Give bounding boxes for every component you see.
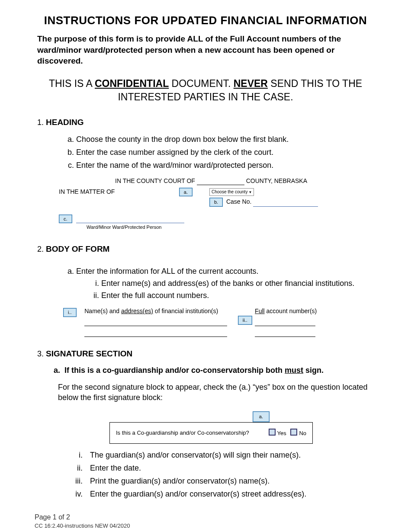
case-no-blank: [253, 202, 318, 207]
list-item: Enter the case number assigned by the cl…: [76, 147, 376, 157]
sig-sub-text: sign.: [303, 366, 324, 375]
protected-person-blank: [76, 218, 184, 223]
list-item: Enter the name of the ward/minor ward/pr…: [76, 160, 376, 170]
case-no-label: Case No.: [226, 198, 251, 205]
section-title: HEADING: [46, 118, 84, 127]
account-column-label: Full account number(s): [255, 308, 317, 314]
account-blank-line: [255, 318, 315, 326]
protected-person-caption: Ward/Minor Ward/Protected Person: [87, 224, 327, 231]
must-word: must: [285, 366, 303, 375]
page-title: INSTRUCTIONS FOR UPDATED FINANCIAL INFOR…: [35, 13, 376, 28]
account-blank-line: [255, 329, 315, 337]
matter-label: IN THE MATTER OF: [59, 188, 137, 196]
county-select-label: Choose the county: [212, 189, 247, 194]
section-title: SIGNATURE SECTION: [46, 349, 132, 358]
confidential-text: THIS IS A: [49, 78, 95, 89]
list-item: The guardian(s) and/or conservator(s) wi…: [85, 450, 376, 460]
county-blank-line: [197, 179, 244, 185]
list-item: Enter name(s) and address(es) of the ban…: [101, 278, 376, 288]
confidential-notice: THIS IS A CONFIDENTIAL DOCUMENT. NEVER S…: [35, 77, 376, 104]
county-select[interactable]: Choose the county▼: [209, 188, 254, 196]
list-item-text: Enter the information for ALL of the cur…: [76, 267, 259, 276]
list-item: Enter the information for ALL of the cur…: [76, 266, 376, 301]
checkbox-yes[interactable]: [269, 429, 276, 436]
section-title: BODY OF FORM: [46, 244, 109, 253]
co-guardianship-question-box: Is this a Co-guardianship and/or Co-cons…: [109, 422, 313, 444]
tag-ii: ii..: [238, 316, 252, 325]
checkbox-no[interactable]: [290, 429, 297, 436]
signature-paragraph: For the second signature block to appear…: [58, 382, 376, 403]
purpose-paragraph: The purpose of this form is to provide A…: [37, 33, 374, 67]
footer-line: CC 16:2.40-instructions NEW 04/2020: [35, 522, 376, 530]
co-guardianship-question: Is this a Co-guardianship and/or Co-cons…: [116, 429, 249, 437]
tag-i: i..: [63, 308, 77, 317]
page-footer: Page 1 of 2 CC 16:2.40-instructions NEW …: [35, 513, 376, 532]
tag-a: a.: [179, 188, 193, 197]
footer-line: Instructions Updated Financial Informati…: [35, 530, 376, 532]
no-label: No: [299, 430, 306, 436]
signature-sub-a: a. If this is a co-guardianship and/or c…: [54, 365, 376, 375]
page-number: Page 1 of 2: [35, 513, 376, 522]
confidential-text: DOCUMENT.: [169, 78, 234, 89]
list-item: Print the guardian(s) and/or conservator…: [85, 476, 376, 486]
list-item: Enter the date.: [85, 463, 376, 473]
court-line-pre: IN THE COUNTY COURT OF: [115, 177, 195, 184]
confidential-word: CONFIDENTIAL: [95, 78, 169, 89]
list-item: Choose the county in the drop down box b…: [76, 134, 376, 144]
institution-blank-line: [84, 318, 227, 326]
list-item: Enter the guardian(s) and/or conservator…: [85, 489, 376, 499]
chevron-down-icon: ▼: [248, 190, 252, 195]
signature-diagram: a. Is this a Co-guardianship and/or Co-c…: [109, 410, 313, 443]
tag-sig-a: a.: [253, 411, 270, 422]
yes-label: Yes: [277, 430, 286, 436]
section-body-2: BODY OF FORM Enter the information for A…: [46, 244, 376, 337]
court-line-post: COUNTY, NEBRASKA: [246, 177, 307, 184]
institution-column-label: Name(s) and address(es) of financial ins…: [84, 308, 218, 314]
body-diagram: i.. Name(s) and address(es) of financial…: [63, 307, 340, 337]
section-heading-1: HEADING Choose the county in the drop do…: [46, 117, 376, 231]
tag-c: c.: [59, 215, 72, 224]
tag-b: b.: [209, 198, 223, 207]
never-word: NEVER: [234, 78, 268, 89]
sig-sub-text: If this is a co-guardianship and/or co-c…: [64, 366, 285, 375]
list-item: Enter the full account numbers.: [101, 290, 376, 301]
yes-no-group: Yes No: [266, 429, 306, 437]
section-signature-3: SIGNATURE SECTION a. If this is a co-gua…: [46, 348, 376, 500]
heading-diagram: IN THE COUNTY COURT OF COUNTY, NEBRASKA …: [59, 177, 327, 231]
institution-blank-line: [84, 329, 227, 337]
